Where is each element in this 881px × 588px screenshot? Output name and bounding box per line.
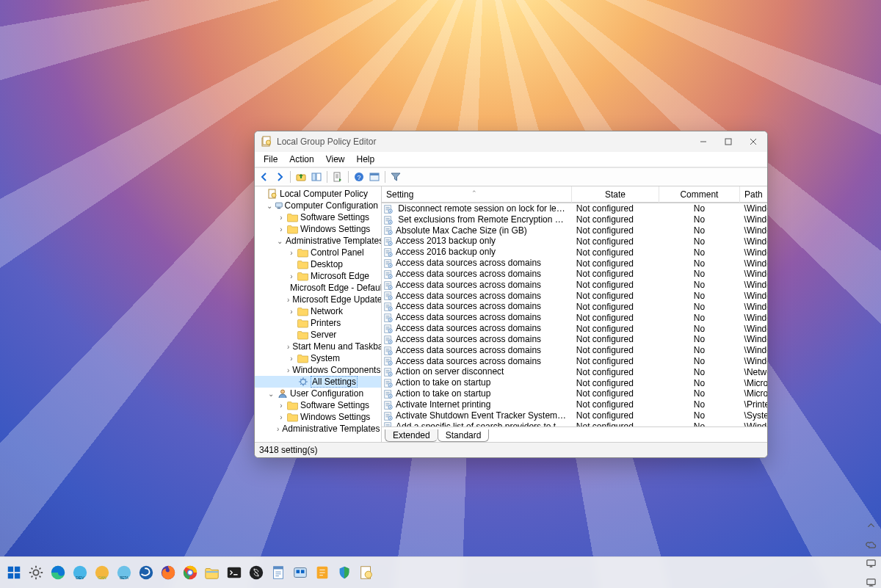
tree-item[interactable]: ⌄User Configuration bbox=[255, 388, 381, 399]
titlebar[interactable]: Local Group Policy Editor bbox=[255, 131, 767, 152]
menu-help[interactable]: Help bbox=[351, 153, 381, 165]
setting-row[interactable]: Action to take on startupNot configuredN… bbox=[382, 388, 767, 399]
tree-item[interactable]: ›Control Panel bbox=[255, 247, 381, 258]
taskbar[interactable]: DEVCANBETA bbox=[0, 556, 881, 588]
setting-row[interactable]: Activate Shutdown Event Tracker System S… bbox=[382, 410, 767, 421]
tree-item[interactable]: Microsoft Edge - Default Setti bbox=[255, 282, 381, 294]
expand-icon[interactable]: › bbox=[287, 296, 289, 304]
start-icon[interactable] bbox=[4, 563, 23, 582]
maximize-button[interactable] bbox=[716, 131, 741, 152]
tree-item[interactable]: ›Software Settings bbox=[255, 211, 381, 223]
tree-item[interactable]: ›Windows Settings bbox=[255, 411, 381, 423]
back-icon[interactable] bbox=[257, 170, 272, 184]
setting-row[interactable]: Action to take on startupNot configuredN… bbox=[382, 377, 767, 388]
expand-icon[interactable]: ⌄ bbox=[267, 202, 273, 210]
col-path[interactable]: Path bbox=[740, 186, 767, 203]
tree-item[interactable]: ›Network bbox=[255, 305, 381, 317]
security-icon[interactable] bbox=[335, 563, 354, 582]
tree-item[interactable]: ›Administrative Templates bbox=[255, 423, 381, 435]
setting-row[interactable]: Add a specific list of search providers … bbox=[382, 421, 767, 427]
tree-item[interactable]: ›Windows Components bbox=[255, 364, 381, 376]
setting-row[interactable]: Access data sources across domainsNot co… bbox=[382, 334, 767, 345]
expand-icon[interactable]: › bbox=[277, 402, 286, 410]
tree-item[interactable]: ›Windows Settings bbox=[255, 223, 381, 235]
tree-item[interactable]: Server bbox=[255, 329, 381, 341]
setting-row[interactable]: Action on server disconnectNot configure… bbox=[382, 366, 767, 377]
setting-row[interactable]: Access data sources across domainsNot co… bbox=[382, 269, 767, 280]
edge-beta-icon[interactable]: BETA bbox=[115, 563, 134, 582]
tree-item[interactable]: All Settings bbox=[255, 376, 381, 388]
expand-icon[interactable]: › bbox=[287, 249, 296, 257]
expand-icon[interactable]: › bbox=[287, 366, 289, 374]
expand-icon[interactable]: › bbox=[277, 413, 286, 421]
tree-item[interactable]: ⌄Administrative Templates bbox=[255, 235, 381, 247]
onedrive-icon[interactable] bbox=[865, 538, 877, 550]
tab-standard[interactable]: Standard bbox=[438, 429, 490, 442]
tree-item[interactable]: Printers bbox=[255, 317, 381, 329]
menu-action[interactable]: Action bbox=[283, 153, 319, 165]
export-list-icon[interactable] bbox=[330, 170, 345, 184]
forward-icon[interactable] bbox=[272, 170, 287, 184]
edge-legacy-icon[interactable] bbox=[137, 563, 156, 582]
settings-app-icon[interactable] bbox=[26, 563, 46, 582]
expand-icon[interactable]: › bbox=[277, 225, 286, 233]
tree-item[interactable]: ›Start Menu and Taskbar bbox=[255, 341, 381, 352]
expand-icon[interactable]: › bbox=[277, 214, 286, 222]
firefox-icon[interactable] bbox=[159, 563, 178, 582]
notepad-icon[interactable] bbox=[269, 563, 288, 582]
tree-item[interactable]: ›Microsoft Edge bbox=[255, 270, 381, 282]
setting-row[interactable]: Access 2016 backup onlyNot configuredNo\… bbox=[382, 247, 767, 258]
close-button[interactable] bbox=[741, 131, 766, 152]
setting-row[interactable]: Activate Internet printingNot configured… bbox=[382, 399, 767, 410]
setting-row[interactable]: Access data sources across domainsNot co… bbox=[382, 280, 767, 291]
show-hide-tree-icon[interactable] bbox=[309, 170, 324, 184]
expand-icon[interactable]: › bbox=[287, 355, 296, 363]
setting-row[interactable]: Access 2013 backup onlyNot configuredNo\… bbox=[382, 236, 767, 247]
tree-item[interactable]: ›Software Settings bbox=[255, 399, 381, 411]
help-icon[interactable]: ? bbox=[352, 170, 366, 184]
filter-icon[interactable] bbox=[388, 170, 403, 184]
col-state[interactable]: State bbox=[572, 186, 659, 203]
edge-canary-icon[interactable]: CAN bbox=[93, 563, 112, 582]
chrome-icon[interactable] bbox=[181, 563, 200, 582]
edge-dev-icon[interactable]: DEV bbox=[70, 563, 90, 582]
explorer-icon[interactable] bbox=[203, 563, 222, 582]
expand-icon[interactable]: › bbox=[277, 425, 279, 433]
expand-icon[interactable]: › bbox=[287, 343, 289, 351]
menu-file[interactable]: File bbox=[258, 153, 283, 165]
setting-row[interactable]: Set exclusions from Remote Encryption Pr… bbox=[382, 214, 767, 225]
setting-row[interactable]: Access data sources across domainsNot co… bbox=[382, 301, 767, 312]
tree-item[interactable]: ›System bbox=[255, 352, 381, 364]
setting-row[interactable]: Access data sources across domainsNot co… bbox=[382, 356, 767, 367]
expand-icon[interactable]: › bbox=[287, 308, 296, 316]
tree-item[interactable]: ⌄Computer Configuration bbox=[255, 200, 381, 211]
show-hidden-icon[interactable] bbox=[865, 519, 877, 531]
properties-icon[interactable] bbox=[367, 170, 382, 184]
terminal-icon[interactable] bbox=[225, 563, 244, 582]
tab-extended[interactable]: Extended bbox=[385, 429, 438, 442]
edge-icon[interactable] bbox=[48, 563, 68, 582]
settings-list[interactable]: Setting ⌃ State Comment Path Disconnect … bbox=[382, 186, 767, 427]
minimize-button[interactable] bbox=[691, 131, 716, 152]
expand-icon[interactable]: ⌄ bbox=[267, 390, 275, 398]
tree-item[interactable]: Local Computer Policy bbox=[255, 188, 381, 200]
tree-item[interactable]: ›Microsoft Edge Update bbox=[255, 294, 381, 305]
expand-icon[interactable]: ⌄ bbox=[277, 237, 283, 245]
setting-row[interactable]: Access data sources across domainsNot co… bbox=[382, 258, 767, 269]
winver-icon[interactable] bbox=[291, 563, 310, 582]
setting-row[interactable]: Access data sources across domainsNot co… bbox=[382, 323, 767, 334]
col-setting[interactable]: Setting ⌃ bbox=[382, 186, 572, 203]
setting-row[interactable]: Access data sources across domainsNot co… bbox=[382, 312, 767, 323]
network-icon[interactable] bbox=[865, 576, 877, 588]
setting-row[interactable]: Disconnect remote session on lock for le… bbox=[382, 203, 767, 214]
gpedit-icon[interactable] bbox=[357, 563, 376, 582]
feedback-icon[interactable] bbox=[313, 563, 332, 582]
console-tree[interactable]: Local Computer Policy⌄Computer Configura… bbox=[255, 186, 382, 442]
menu-view[interactable]: View bbox=[320, 153, 351, 165]
setting-row[interactable]: Absolute Max Cache Size (in GB)Not confi… bbox=[382, 225, 767, 236]
expand-icon[interactable]: › bbox=[287, 272, 296, 280]
setting-row[interactable]: Access data sources across domainsNot co… bbox=[382, 345, 767, 356]
vm-icon[interactable] bbox=[865, 557, 877, 569]
up-folder-icon[interactable] bbox=[294, 170, 308, 184]
tree-item[interactable]: Desktop bbox=[255, 258, 381, 270]
